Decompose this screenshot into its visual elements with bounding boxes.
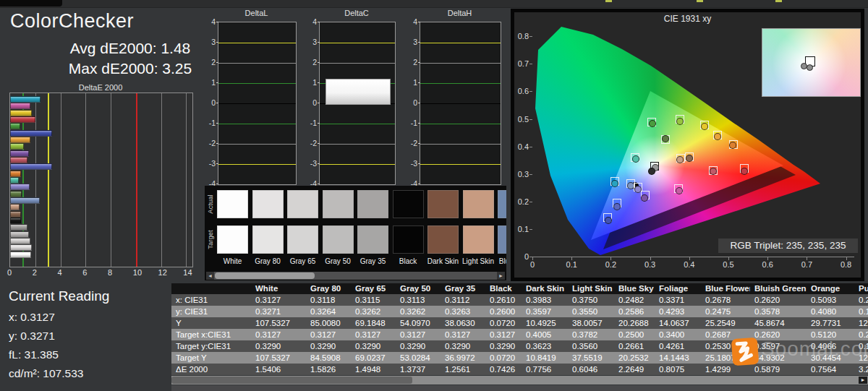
reference-line (218, 63, 296, 64)
y-tick (318, 123, 320, 124)
table-cell: 0.3115 (351, 294, 396, 306)
measured-dot-magenta (676, 187, 683, 194)
y-tick (216, 103, 218, 103)
y-tick (216, 163, 218, 164)
table-cell: 0.4261 (655, 340, 701, 352)
table-cell: 0.3127 (351, 329, 396, 340)
table-row: x: CIE310.31270.31180.31150.31130.31120.… (171, 294, 868, 306)
row-label: ΔE 2000 (171, 364, 251, 375)
y-tick (318, 62, 320, 63)
swatch-actual-black (393, 190, 424, 218)
table-cell: 10.4925 (522, 317, 568, 329)
reference-line (320, 164, 395, 165)
top-mark (775, 0, 782, 2)
table-cell: 0.3290 (485, 340, 522, 352)
table-cell: 0.2475 (701, 306, 750, 317)
swatch-target-dark-skin (427, 225, 459, 254)
table-cell: 0.3127 (251, 294, 306, 306)
x-axis-line (532, 257, 854, 257)
reference-line (218, 103, 296, 104)
deltaL-title: DeltaL (218, 9, 295, 17)
x-tick-label: 0.1 (563, 260, 580, 269)
swatch-scroll-right-icon[interactable]: ► (497, 272, 505, 280)
table-cell: 1.2561 (441, 364, 485, 375)
swatch-panel: ActualTargetWhiteGray 80Gray 65Gray 50Gr… (205, 186, 506, 280)
swatch-scroll-left-icon[interactable]: ◄ (206, 272, 214, 280)
deltaH-chart (420, 22, 501, 185)
table-cell: 0.3262 (396, 306, 441, 317)
table-cell: 0.3750 (568, 294, 614, 306)
table-cell: 0.2 (854, 294, 868, 306)
y-tick-label: -1 (305, 119, 317, 127)
y-tick-label: 4 (305, 17, 317, 26)
deltaC-title: DeltaC (319, 9, 394, 17)
reference-line (218, 43, 296, 43)
table-cell: 0.7564 (807, 364, 854, 375)
table-cell: 1.4299 (701, 364, 750, 375)
reference-line (420, 63, 501, 64)
reference-line (420, 144, 501, 145)
row-label: Target Y (171, 352, 251, 364)
table-cell: 54.0970 (396, 317, 441, 329)
swatch-target-gray-80 (252, 225, 284, 254)
y-tick (318, 143, 320, 144)
y-tick (318, 82, 320, 83)
cie-chart: 00.10.20.30.40.50.60.70.80.80.70.60.50.4… (514, 12, 861, 278)
measured-dot-gray (648, 168, 655, 175)
table-hscrollbar[interactable]: ► (171, 376, 868, 384)
deltaC-chart (319, 22, 396, 185)
y-tick-label: 4 (204, 17, 216, 26)
y-tick (216, 184, 218, 184)
deltae-bar-black (10, 218, 21, 224)
table-cell: 0.7426 (485, 364, 522, 375)
colorchecker-app: ColorChecker Avg dE2000: 1.48 Max dE2000… (0, 0, 868, 391)
table-cell: 0.3623 (522, 340, 568, 352)
reading-cdm2: cd/m²: 107.533 (9, 367, 83, 380)
y-tick-label: 1 (204, 78, 216, 87)
table-cell: 0.3597 (522, 306, 568, 317)
reference-line (218, 124, 296, 124)
table-cell: 53.0284 (396, 352, 441, 364)
y-tick (418, 163, 420, 164)
table-cell: 0.0720 (485, 317, 522, 329)
deltae2000-chart (9, 93, 193, 267)
table-cell: 0.5093 (807, 294, 854, 306)
table-cell: 0.5879 (750, 364, 807, 375)
y-tick (318, 184, 320, 184)
column-header: Black (485, 283, 522, 294)
table-cell: 0.3560 (568, 340, 614, 352)
table-cell: 0.2661 (614, 340, 655, 352)
swatch-actual-light-skin (463, 190, 494, 218)
table-cell: 37.5519 (568, 352, 614, 364)
x-tick-label: 14 (183, 268, 192, 277)
swatch-target-black (393, 225, 424, 254)
table-cell: 0.3578 (750, 306, 807, 317)
table-cell: 14.0637 (655, 317, 701, 329)
y-tick-label: 0 (514, 252, 529, 261)
table-cell: 0.3127 (306, 329, 351, 340)
x-tick-label: 4 (58, 268, 62, 277)
gridline (85, 93, 86, 267)
table-cell: 0.3983 (522, 294, 568, 306)
table-cell: 45.8674 (750, 317, 807, 329)
swatch-target-gray-65 (287, 225, 318, 254)
white-point-zoom-inset (762, 28, 861, 97)
y-tick (318, 42, 320, 43)
table-hscrollbar-thumb[interactable] (171, 377, 412, 384)
swatch-hscrollbar-thumb[interactable] (215, 272, 315, 279)
swatch-actual-dark-skin (427, 190, 459, 218)
y-tick (529, 147, 532, 147)
table-cell: 0.3264 (306, 306, 351, 317)
top-tab (0, 0, 62, 7)
table-scroll-right-icon[interactable]: ► (859, 377, 867, 384)
table-cell: 0.2482 (614, 294, 655, 306)
table-cell: 0.2678 (701, 294, 750, 306)
swatch-hscrollbar[interactable]: ◄► (206, 272, 505, 280)
y-tick-label: -2 (305, 139, 317, 147)
gridline (61, 93, 61, 267)
table-row: ΔE 20001.54061.58261.49481.37371.25610.7… (171, 364, 868, 375)
row-label: Y (171, 317, 251, 329)
inset-measured-dot (807, 64, 813, 71)
reference-line (320, 144, 395, 145)
table-cell: 107.5327 (251, 352, 306, 364)
